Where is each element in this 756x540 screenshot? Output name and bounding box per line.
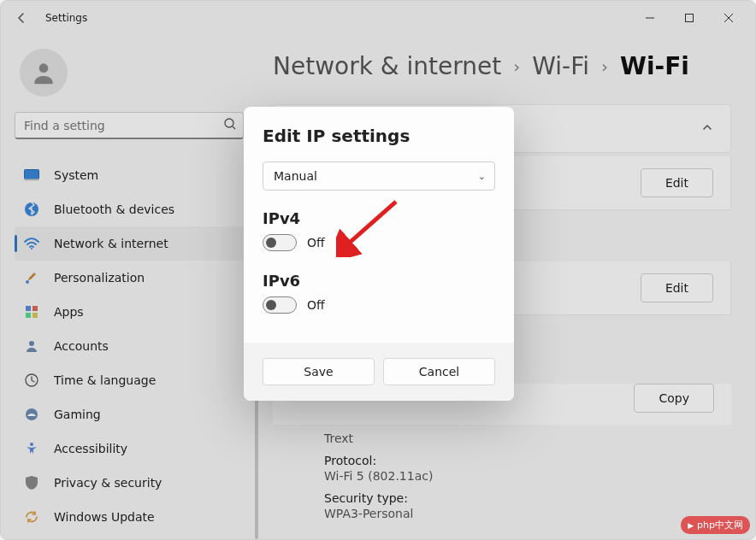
ipv4-state: Off xyxy=(307,236,325,249)
chevron-down-icon: ⌄ xyxy=(478,171,486,182)
save-button[interactable]: Save xyxy=(263,358,375,385)
dialog-footer: Save Cancel xyxy=(244,343,514,401)
cancel-button[interactable]: Cancel xyxy=(383,358,495,385)
ip-mode-select[interactable]: Manual ⌄ xyxy=(263,161,495,191)
dialog-title: Edit IP settings xyxy=(263,126,495,146)
ipv6-label: IPv6 xyxy=(263,272,495,290)
watermark: php中文网 xyxy=(681,516,750,534)
ipv4-toggle[interactable] xyxy=(263,234,297,251)
ipv6-toggle[interactable] xyxy=(263,296,297,314)
ipv6-state: Off xyxy=(307,298,325,312)
select-value: Manual xyxy=(274,169,317,183)
ipv4-label: IPv4 xyxy=(263,209,495,227)
edit-ip-dialog: Edit IP settings Manual ⌄ IPv4 Off IPv6 … xyxy=(244,107,514,401)
